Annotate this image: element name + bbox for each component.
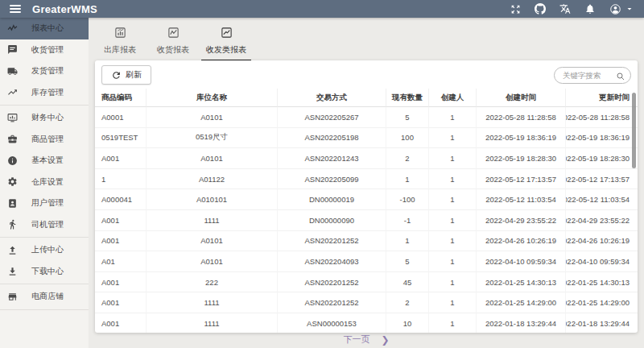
table-cell: DN00000090	[278, 210, 386, 231]
sidebar-item-user-mgmt[interactable]: 用户管理	[0, 193, 89, 214]
sidebar-item-upload-center[interactable]: 上传中心	[0, 239, 89, 261]
next-page-label: 下一页	[343, 334, 369, 346]
app-title: GreaterWMS	[32, 3, 97, 15]
table-row: A001A0101ASN202201252112022-04-26 10:26:…	[95, 231, 638, 252]
tab-label: 出库报表	[104, 44, 136, 56]
table-cell: 1	[429, 313, 477, 333]
table-cell: 2022-05-12 11:03:54	[477, 189, 566, 210]
sidebar-item-finance-center[interactable]: 财务中心	[0, 107, 89, 129]
gear-icon	[7, 176, 18, 187]
sidebar-item-label: 财务中心	[31, 112, 64, 123]
tab-stockflow-report[interactable]: 收发类报表	[201, 23, 251, 61]
upload-icon	[7, 245, 18, 255]
table-row: A0001A0101ASN202205267512022-05-28 11:28…	[95, 107, 638, 128]
table-cell: 1111	[147, 313, 278, 333]
table-cell: DN00000019	[278, 189, 386, 210]
table-cell: 2	[386, 148, 429, 169]
sidebar-divider	[0, 309, 89, 310]
table-row: A01A0101ASN202204093512022-04-10 09:59:3…	[95, 251, 638, 272]
info-icon	[7, 155, 18, 166]
table-cell: 2022-04-26 10:26:19	[477, 231, 566, 252]
sidebar-item-report-center[interactable]: 报表中心	[0, 18, 89, 39]
table-cell: 2022-01-25 14:30:13	[477, 272, 566, 293]
column-header: 商品编码	[95, 89, 147, 107]
table-cell: ASN202204093	[278, 251, 386, 272]
refresh-icon	[111, 70, 122, 81]
column-header: 更新时间	[566, 89, 638, 107]
table-cell: 2022-04-29 23:55:22	[566, 210, 638, 231]
column-header: 创建人	[429, 89, 477, 107]
tab-label: 收发类报表	[206, 44, 246, 56]
sidebar-item-eshop[interactable]: 电商店铺	[0, 286, 89, 308]
sidebar-item-base-settings[interactable]: 基本设置	[0, 150, 89, 172]
table-cell: 1	[429, 189, 477, 210]
table-cell: 1111	[147, 210, 278, 231]
table-cell: A01122	[147, 169, 278, 190]
sidebar-divider	[0, 284, 89, 284]
refresh-button[interactable]: 刷新	[101, 65, 151, 85]
table-row: A001222ASN2022012524512022-01-25 14:30:1…	[95, 272, 638, 293]
table-cell: 2022-01-25 14:29:00	[477, 292, 566, 313]
column-header: 现有数量	[386, 89, 429, 107]
table-cell: 1	[429, 292, 477, 313]
sidebar-item-download-center[interactable]: 下载中心	[0, 261, 89, 283]
column-header: 库位名称	[147, 89, 278, 107]
sidebar-item-receive-mgmt[interactable]: 收货管理	[0, 39, 89, 61]
table-cell: 1	[429, 210, 477, 231]
table-row: A001A0101ASN202201243212022-05-19 18:28:…	[95, 148, 638, 169]
download-icon	[7, 266, 18, 276]
tab-outbound-report[interactable]: 出库报表	[95, 23, 145, 61]
topbar: GreaterWMS	[0, 0, 644, 18]
table-cell: 1	[429, 272, 477, 293]
sidebar-item-warehouse-settings[interactable]: 仓库设置	[0, 172, 89, 193]
tab-receiving-report[interactable]: 收货报表	[148, 23, 198, 61]
briefcase-icon	[7, 134, 18, 144]
table-cell: A0101	[147, 251, 278, 272]
sidebar-item-label: 司机管理	[31, 219, 64, 230]
table-cell: A0101	[147, 148, 278, 169]
table-cell: 0519尺寸	[147, 128, 278, 149]
sidebar-item-driver-mgmt[interactable]: 司机管理	[0, 214, 89, 236]
walk-icon	[7, 219, 18, 230]
table-cell: -100	[386, 189, 429, 210]
column-header: 创建时间	[477, 89, 566, 107]
table-cell: ASN202201252	[278, 272, 386, 293]
table-row: A000041A010101DN00000019-10012022-05-12 …	[95, 189, 638, 210]
table-cell: 2022-05-12 17:13:57	[566, 169, 638, 190]
github-icon[interactable]	[535, 3, 546, 14]
fullscreen-icon[interactable]	[510, 4, 521, 14]
topbar-icons	[510, 3, 634, 15]
table-cell: ASN00000153	[278, 313, 386, 333]
sidebar-item-goods-mgmt[interactable]: 商品管理	[0, 129, 89, 151]
table-scrollbar-thumb[interactable]	[632, 93, 636, 168]
search-icon[interactable]	[616, 70, 625, 85]
table-cell: ASN202205267	[278, 107, 386, 128]
table-cell: A0101	[147, 231, 278, 252]
sidebar: 报表中心收货管理发货管理库存管理财务中心商品管理基本设置仓库设置用户管理司机管理…	[0, 18, 89, 348]
caret-down-icon[interactable]	[625, 4, 634, 14]
next-page-button[interactable]: 下一页 ❯	[343, 334, 389, 346]
refresh-label: 刷新	[126, 69, 142, 81]
sidebar-item-label: 下载中心	[31, 266, 64, 277]
pagination: 下一页 ❯	[89, 334, 644, 346]
notifications-icon[interactable]	[584, 3, 596, 14]
table-cell: A010101	[147, 189, 278, 210]
table-cell: 2022-04-10 09:59:34	[477, 251, 566, 272]
sidebar-item-stock-mgmt[interactable]: 库存管理	[0, 82, 89, 104]
translate-icon[interactable]	[559, 3, 571, 14]
table-cell: 1	[386, 169, 429, 190]
sidebar-item-ship-mgmt[interactable]: 发货管理	[0, 60, 89, 82]
sidebar-item-label: 基本设置	[31, 155, 64, 166]
column-header: 交易方式	[278, 89, 386, 107]
table-cell: 2022-05-19 18:36:19	[566, 128, 638, 149]
table-cell: 2022-05-19 18:28:30	[477, 148, 566, 169]
chart-line-icon	[167, 27, 180, 44]
badge-icon	[7, 198, 18, 209]
table-cell: A001	[95, 210, 147, 231]
menu-toggle-icon[interactable]	[10, 5, 21, 13]
table-cell: 2022-04-26 10:26:19	[566, 231, 638, 252]
table-cell: 2022-01-18 13:29:44	[477, 313, 566, 333]
table-cell: 2022-01-25 14:29:00	[566, 292, 638, 313]
table-cell: A001	[95, 231, 147, 252]
account-icon[interactable]	[609, 3, 621, 15]
